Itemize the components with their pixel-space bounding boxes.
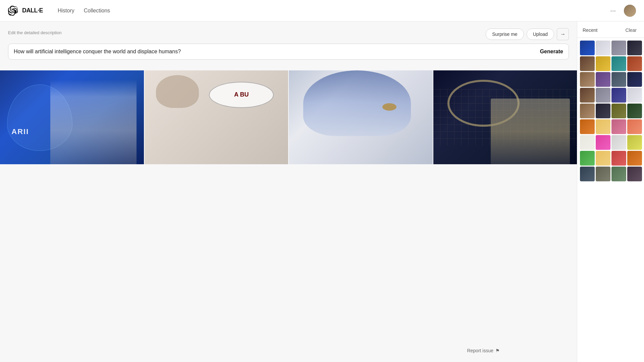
thumbnail-5-1[interactable] [580,104,595,118]
report-issue-button[interactable]: Report issue ⚑ [464,346,503,355]
thumbnail-1-1[interactable] [580,41,595,55]
image-cell-4[interactable] [433,70,577,164]
thumbnail-8-2[interactable] [596,151,610,166]
prompt-section: Edit the detailed description Surprise m… [0,21,577,65]
image-cell-2[interactable]: A BU [145,70,288,164]
thumbnail-9-1[interactable] [580,167,595,181]
thumbnail-2-3[interactable] [611,56,626,71]
flag-icon: ⚑ [495,348,500,353]
thumbnail-8-4[interactable] [627,151,642,166]
prompt-input-row: Generate [8,44,569,60]
thumbnail-3-1[interactable] [580,72,595,87]
sidebar-recent-label: Recent [583,27,597,33]
upload-button[interactable]: Upload [527,28,554,40]
images-grid: ARII A BU [0,65,577,362]
surprise-me-button[interactable]: Surprise me [486,28,524,40]
nav-collections[interactable]: Collections [80,6,114,16]
thumbnail-5-4[interactable] [627,104,642,118]
thumbnail-5-3[interactable] [611,104,626,118]
thumbnail-4-3[interactable] [611,88,626,103]
sidebar-scroll[interactable] [577,38,644,362]
thumbnail-2-2[interactable] [596,56,610,71]
avatar-image [624,5,636,17]
thumbnail-6-3[interactable] [611,119,626,134]
thumbnail-row-6 [580,119,641,134]
thumbnail-2-1[interactable] [580,56,595,71]
main-layout: Edit the detailed description Surprise m… [0,21,644,362]
more-menu-button[interactable]: ··· [607,5,619,16]
logo-area: DALL·E [8,5,43,16]
thumbnail-8-1[interactable] [580,151,595,166]
thumbnail-7-1[interactable] [580,135,595,150]
report-issue-label: Report issue [467,348,493,353]
image-1-text: ARII [11,127,29,136]
thumbnail-4-4[interactable] [627,88,642,103]
thumbnail-1-3[interactable] [611,41,626,55]
arrow-button[interactable]: → [557,28,569,40]
image-2-bubble: A BU [209,82,274,108]
thumbnail-row-4 [580,88,641,103]
more-icon: ··· [610,7,616,14]
thumbnail-row-7 [580,135,641,150]
image-1-person [50,80,137,164]
thumbnail-4-1[interactable] [580,88,595,103]
openai-logo-icon [8,5,19,16]
footer: Report issue ⚑ [464,346,503,355]
prompt-actions: Surprise me Upload → [486,28,569,40]
image-2-face [156,75,199,108]
logo-text: DALL·E [22,7,43,14]
thumbnail-row-1 [580,41,641,55]
thumbnail-3-2[interactable] [596,72,610,87]
thumbnail-6-2[interactable] [596,119,610,134]
nav-links: History Collections [54,6,114,16]
image-4-face [491,99,570,164]
thumbnail-5-2[interactable] [596,104,610,118]
thumbnail-7-3[interactable] [611,135,626,150]
thumbnail-8-3[interactable] [611,151,626,166]
thumbnail-6-4[interactable] [627,119,642,134]
header: DALL·E History Collections ··· [0,0,644,21]
thumbnail-row-2 [580,56,641,71]
thumbnail-row-9 [580,167,641,181]
content-area: Edit the detailed description Surprise m… [0,21,577,362]
thumbnail-9-2[interactable] [596,167,610,181]
thumbnail-row-5 [580,104,641,118]
thumbnail-1-2[interactable] [596,41,610,55]
arrow-right-icon: → [560,31,566,37]
thumbnail-7-4[interactable] [627,135,642,150]
thumbnail-4-2[interactable] [596,88,610,103]
thumbnail-3-4[interactable] [627,72,642,87]
sidebar-header: Recent Clear [577,21,644,38]
thumbnail-row-8 [580,151,641,166]
nav-history[interactable]: History [54,6,78,16]
thumbnail-9-3[interactable] [611,167,626,181]
image-3-head [303,70,411,136]
prompt-label: Edit the detailed description [8,30,62,35]
thumbnail-2-4[interactable] [627,56,642,71]
thumbnail-7-2[interactable] [596,135,610,150]
image-cell-1[interactable]: ARII [0,70,144,164]
prompt-input[interactable] [14,49,536,55]
clear-button[interactable]: Clear [624,27,639,34]
generate-button[interactable]: Generate [540,49,563,55]
avatar[interactable] [624,5,636,17]
thumbnail-9-4[interactable] [627,167,642,181]
header-right: ··· [607,5,636,17]
thumbnail-row-3 [580,72,641,87]
thumbnail-3-3[interactable] [611,72,626,87]
thumbnail-1-4[interactable] [627,41,642,55]
prompt-top-row: Edit the detailed description Surprise m… [8,28,569,40]
right-sidebar: Recent Clear [577,21,644,362]
image-cell-3[interactable] [289,70,433,164]
thumbnail-6-1[interactable] [580,119,595,134]
